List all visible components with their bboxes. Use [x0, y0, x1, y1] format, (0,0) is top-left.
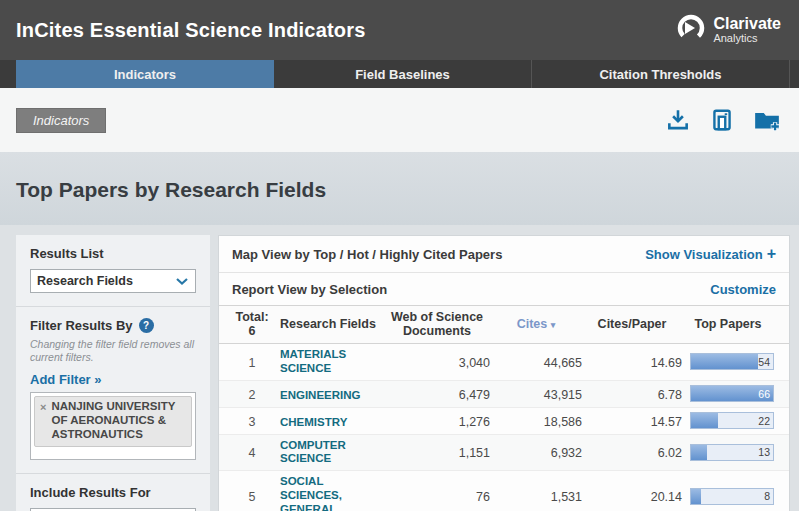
- research-field-link[interactable]: SOCIAL SCIENCES, GENERAL: [280, 475, 384, 511]
- table-row: 2ENGINEERING6,47943,9156.7866: [219, 381, 789, 408]
- results-table: Total: 6 Research Fields Web of Science …: [219, 305, 789, 511]
- cites-header[interactable]: Cites ▾: [490, 317, 582, 331]
- field-cell: SOCIAL SCIENCES, GENERAL: [272, 475, 384, 511]
- table-row: 4COMPUTER SCIENCE1,1516,9326.0213: [219, 435, 789, 472]
- top-papers-bar-fill: [691, 354, 758, 369]
- top-papers-value: 22: [758, 415, 770, 427]
- top-papers-bar-fill: [691, 489, 701, 504]
- top-papers-bar: 54: [690, 353, 774, 370]
- table-header-row: Total: 6 Research Fields Web of Science …: [219, 305, 789, 344]
- field-cell: COMPUTER SCIENCE: [272, 439, 384, 467]
- cites-cell: 18,586: [490, 412, 582, 430]
- tab-citation-thresholds[interactable]: Citation Thresholds: [532, 60, 790, 88]
- show-visualization-link[interactable]: Show Visualization +: [645, 245, 776, 263]
- research-field-link[interactable]: CHEMISTRY: [280, 416, 347, 430]
- app-title: InCites Essential Science Indicators: [16, 19, 366, 42]
- page-title-band: Top Papers by Research Fields: [0, 152, 799, 225]
- cites-per-paper-value: 6.02: [658, 446, 682, 460]
- filter-note: Changing the filter field removes all cu…: [30, 338, 196, 364]
- cites-cell: 6,932: [490, 443, 582, 461]
- cites-per-paper-header[interactable]: Cites/Paper: [582, 317, 682, 331]
- cites-per-paper-value: 14.57: [651, 415, 682, 429]
- cites-value: 44,665: [544, 356, 582, 370]
- wos-documents-value: 76: [476, 490, 490, 504]
- app-header: InCites Essential Science Indicators Cla…: [0, 0, 799, 60]
- clarivate-brand: Clarivate Analytics: [676, 13, 781, 47]
- top-papers-value: 13: [758, 446, 770, 458]
- top-papers-cell: 22: [682, 412, 776, 429]
- top-papers-bar-fill: [691, 445, 707, 460]
- results-list-value: Research Fields: [37, 274, 175, 288]
- rank-value: 4: [249, 446, 256, 460]
- sidebar: Results List Research Fields Filter Resu…: [16, 235, 210, 511]
- wos-documents-value: 3,040: [459, 356, 490, 370]
- top-papers-header[interactable]: Top Papers: [682, 317, 776, 331]
- cites-value: 6,932: [551, 446, 582, 460]
- wos-documents-value: 6,479: [459, 388, 490, 402]
- cites-per-paper-cell: 14.69: [582, 353, 682, 371]
- top-papers-value: 54: [758, 356, 770, 368]
- customize-link[interactable]: Customize: [710, 282, 776, 297]
- plus-icon: +: [767, 245, 776, 263]
- table-row: 5SOCIAL SCIENCES, GENERAL761,53120.148: [219, 471, 789, 511]
- wos-documents-cell: 3,040: [384, 353, 490, 371]
- cites-per-paper-value: 14.69: [651, 356, 682, 370]
- chevron-down-icon: [175, 272, 189, 290]
- wos-documents-value: 1,276: [459, 415, 490, 429]
- toolbar: Indicators: [0, 88, 799, 152]
- include-results-section: Include Results For Top Papers: [16, 474, 210, 511]
- table-row: 1MATERIALS SCIENCE3,04044,66514.6954: [219, 344, 789, 381]
- folder-add-icon[interactable]: [753, 107, 781, 133]
- table-row: 3CHEMISTRY1,27618,58614.5722: [219, 408, 789, 435]
- remove-filter-icon[interactable]: ×: [40, 400, 46, 441]
- filter-chip-label: NANJING UNIVERSITY OF AERONAUTICS & ASTR…: [51, 400, 186, 441]
- rank-cell: 4: [232, 443, 272, 461]
- cites-value: 1,531: [551, 490, 582, 504]
- page-title: Top Papers by Research Fields: [16, 178, 783, 202]
- main-panel: Map View by Top / Hot / Highly Cited Pap…: [218, 235, 790, 511]
- field-cell: ENGINEERING: [272, 385, 384, 403]
- include-results-label: Include Results For: [30, 485, 196, 500]
- cites-per-paper-cell: 6.02: [582, 443, 682, 461]
- cites-value: 18,586: [544, 415, 582, 429]
- report-view-row: Report View by Selection Customize: [219, 273, 789, 305]
- top-papers-cell: 8: [682, 488, 776, 505]
- cites-cell: 1,531: [490, 487, 582, 505]
- main-tabbar: Indicators Field Baselines Citation Thre…: [0, 60, 799, 88]
- cites-per-paper-cell: 14.57: [582, 412, 682, 430]
- rank-cell: 5: [232, 487, 272, 505]
- top-papers-value: 8: [764, 490, 770, 502]
- wos-documents-header[interactable]: Web of Science Documents: [384, 310, 490, 339]
- breadcrumb-indicators-button[interactable]: Indicators: [16, 108, 106, 133]
- brand-subtitle: Analytics: [713, 33, 781, 45]
- top-papers-cell: 13: [682, 444, 776, 461]
- top-papers-bar: 22: [690, 412, 774, 429]
- filter-section: Filter Results By ? Changing the filter …: [16, 307, 210, 473]
- brand-name: Clarivate: [713, 16, 781, 33]
- cites-cell: 43,915: [490, 385, 582, 403]
- rank-value: 5: [249, 490, 256, 504]
- top-papers-cell: 54: [682, 353, 776, 370]
- help-icon[interactable]: ?: [139, 318, 154, 333]
- research-field-link[interactable]: COMPUTER SCIENCE: [280, 439, 384, 467]
- research-field-link[interactable]: MATERIALS SCIENCE: [280, 348, 384, 376]
- cites-cell: 44,665: [490, 353, 582, 371]
- app-window: InCites Essential Science Indicators Cla…: [0, 0, 799, 511]
- research-fields-header[interactable]: Research Fields: [272, 317, 384, 331]
- content-area: Results List Research Fields Filter Resu…: [0, 225, 799, 511]
- cites-per-paper-value: 6.78: [658, 388, 682, 402]
- research-field-link[interactable]: ENGINEERING: [280, 389, 361, 403]
- wos-documents-cell: 1,151: [384, 443, 490, 461]
- download-icon[interactable]: [665, 107, 691, 133]
- add-filter-link[interactable]: Add Filter »: [30, 372, 102, 387]
- tab-field-baselines[interactable]: Field Baselines: [274, 60, 532, 88]
- tab-indicators[interactable]: Indicators: [16, 60, 274, 88]
- rank-cell: 1: [232, 353, 272, 371]
- top-papers-bar: 66: [690, 385, 774, 402]
- map-view-title: Map View by Top / Hot / Highly Cited Pap…: [232, 247, 502, 262]
- cites-per-paper-cell: 6.78: [582, 385, 682, 403]
- print-icon[interactable]: [709, 107, 735, 133]
- filter-chip: × NANJING UNIVERSITY OF AERONAUTICS & AS…: [34, 396, 192, 446]
- rank-value: 2: [249, 388, 256, 402]
- results-list-select[interactable]: Research Fields: [30, 269, 196, 293]
